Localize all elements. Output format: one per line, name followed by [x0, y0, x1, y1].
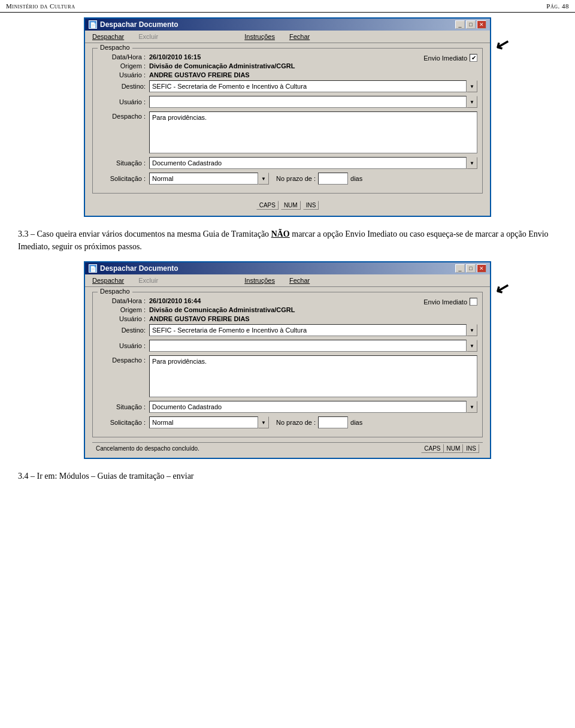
dialog1-solicitacao-row: Solicitação : Normal ▼ No prazo de : dia…	[98, 173, 477, 185]
dialog2-title-icon: 📄	[89, 264, 97, 273]
origem-value: Divisão de Comunicação Administrativa/CG…	[149, 62, 295, 70]
dialog2-situacao-select[interactable]: Documento Cadastrado	[149, 401, 467, 413]
dialog2-group-despacho: Despacho Data/Hora : 26/10/2010 16:44 En…	[92, 292, 483, 437]
origem-label: Origem :	[98, 62, 146, 70]
dialog2-envio-imediato-checkbox[interactable]	[470, 298, 477, 306]
dialog2-situacao-row: Situação : Documento Cadastrado ▼	[98, 401, 477, 413]
dialog2-usuario2-dropdown-arrow[interactable]: ▼	[467, 340, 477, 352]
situacao-select[interactable]: Documento Cadastrado	[149, 157, 467, 169]
dialog2-despacho-textarea[interactable]: Para providências.	[149, 355, 477, 397]
num-button[interactable]: NUM	[281, 201, 301, 210]
dialog1-usuario2-row: Usuário : ▼	[98, 96, 477, 108]
dialog1-body: Despacho Data/Hora : 26/10/2010 16:15 En…	[85, 43, 490, 216]
dias-label: dias	[350, 175, 362, 182]
dialog2-group-label: Despacho	[98, 288, 132, 295]
dialog2-solicitacao-value: Normal	[152, 419, 173, 426]
dialog1-destino-row: Destino: SEFIC - Secretaria de Fomento e…	[98, 80, 477, 92]
dialog2-usuario-row: Usuário : ANDRE GUSTAVO FREIRE DIAS	[98, 315, 477, 322]
dialog2-menubar: Despachar Excluir Instruções Fechar	[85, 274, 490, 287]
nao-text: NÃO	[271, 229, 290, 238]
dialog2: 📄 Despachar Documento _ □ ✕ Despachar Ex…	[84, 261, 491, 459]
dialog2-destino-dropdown-arrow[interactable]: ▼	[467, 324, 477, 336]
destino-select-wrapper[interactable]: SEFIC - Secretaria de Fomento e Incentiv…	[149, 80, 477, 92]
dialog2-title-text: Despachar Documento	[100, 264, 178, 273]
dialog1-wrapper: ↙ 📄 Despachar Documento _ □ ✕ Despachar …	[84, 17, 491, 217]
solicitacao-select[interactable]: Normal	[149, 173, 258, 185]
despacho-textarea[interactable]: Para providências.	[149, 111, 477, 153]
dialog1-title-left: 📄 Despachar Documento	[89, 20, 178, 29]
dialog2-despacho-label: Despacho :	[98, 357, 146, 364]
dialog2-titlebar: 📄 Despachar Documento _ □ ✕	[85, 262, 490, 274]
solicitacao-label: Solicitação :	[98, 175, 146, 182]
dialog2-solicitacao-dropdown-arrow[interactable]: ▼	[258, 416, 269, 428]
dialog2-menu-excluir: Excluir	[131, 276, 165, 285]
dialog2-solicitacao-select-wrapper[interactable]: Normal ▼	[149, 416, 269, 428]
solicitacao-dropdown-arrow[interactable]: ▼	[258, 173, 269, 185]
ins-button[interactable]: INS	[303, 201, 319, 210]
dialog2-destino-select-wrapper[interactable]: SEFIC - Secretaria de Fomento e Incentiv…	[149, 324, 477, 336]
dialog2-origem-row: Origem : Divisão de Comunicação Administ…	[98, 306, 477, 313]
datahora-value: 26/10/2010 16:15	[149, 53, 201, 61]
dialog2-num-button[interactable]: NUM	[444, 444, 464, 453]
maximize-button[interactable]: □	[466, 20, 476, 29]
dialog2-title-left: 📄 Despachar Documento	[89, 264, 178, 273]
situacao-label: Situação :	[98, 159, 146, 167]
dialog2-situacao-label: Situação :	[98, 403, 146, 410]
destino-select[interactable]: SEFIC - Secretaria de Fomento e Incentiv…	[149, 80, 467, 92]
dialog2-situacao-select-wrapper[interactable]: Documento Cadastrado ▼	[149, 401, 477, 413]
dialog2-usuario2-select-wrapper[interactable]: ▼	[149, 340, 477, 352]
dialog2-destino-row: Destino: SEFIC - Secretaria de Fomento e…	[98, 324, 477, 336]
page-content: ↙ 📄 Despachar Documento _ □ ✕ Despachar …	[0, 17, 575, 482]
dialog2-menu-instrucoes[interactable]: Instruções	[237, 276, 282, 285]
dialog1-titlebar: 📄 Despachar Documento _ □ ✕	[85, 19, 490, 31]
page-header: Ministério da Cultura Pág. 48	[0, 0, 575, 13]
dialog2-destino-label: Destino:	[98, 327, 146, 334]
usuario2-select[interactable]	[149, 96, 467, 108]
dialog1-title-text: Despachar Documento	[100, 20, 178, 29]
dialog1-menubar: Despachar Excluir Instruções Fechar	[85, 31, 490, 43]
dialog2-prazo-label: No prazo de :	[276, 419, 316, 426]
minimize-button[interactable]: _	[455, 20, 465, 29]
destino-label: Destino:	[98, 83, 146, 90]
dialog2-ins-button[interactable]: INS	[463, 444, 479, 453]
usuario2-select-wrapper[interactable]: ▼	[149, 96, 477, 108]
usuario2-label: Usuário :	[98, 98, 146, 105]
datahora-label: Data/Hora :	[98, 53, 146, 61]
solicitacao-select-wrapper[interactable]: Normal ▼	[149, 173, 269, 185]
situacao-select-wrapper[interactable]: Documento Cadastrado ▼	[149, 157, 477, 169]
dialog2-menu-fechar[interactable]: Fechar	[282, 276, 317, 285]
destino-dropdown-arrow[interactable]: ▼	[467, 80, 477, 92]
menu-instrucoes[interactable]: Instruções	[237, 32, 282, 41]
dialog2-situacao-dropdown-arrow[interactable]: ▼	[467, 401, 477, 413]
dialog2-body: Despacho Data/Hora : 26/10/2010 16:44 En…	[85, 287, 490, 458]
solicitacao-value: Normal	[152, 175, 173, 182]
dialog2-destino-select[interactable]: SEFIC - Secretaria de Fomento e Incentiv…	[149, 324, 467, 336]
dialog2-usuario2-select[interactable]	[149, 340, 467, 352]
usuario2-dropdown-arrow[interactable]: ▼	[467, 96, 477, 108]
dialog2-situacao-value: Documento Cadastrado	[152, 403, 222, 410]
close-button[interactable]: ✕	[477, 20, 486, 29]
dialog2-menu-despachar[interactable]: Despachar	[85, 276, 131, 285]
dialog2-solicitacao-row: Solicitação : Normal ▼ No prazo de : dia…	[98, 416, 477, 428]
dialog2-close-button[interactable]: ✕	[477, 264, 486, 273]
dialog1-usuario-row: Usuário : ANDRE GUSTAVO FREIRE DIAS	[98, 71, 477, 78]
dialog2-minimize-button[interactable]: _	[455, 264, 465, 273]
dialog2-usuario-value: ANDRE GUSTAVO FREIRE DIAS	[149, 315, 250, 322]
footer-text: 3.4 – Ir em: Módulos – Guias de tramitaç…	[18, 472, 194, 481]
dialog2-prazo-input[interactable]	[318, 416, 348, 428]
dialog2-maximize-button[interactable]: □	[466, 264, 476, 273]
dialog1-situacao-row: Situação : Documento Cadastrado ▼	[98, 157, 477, 169]
caps-button[interactable]: CAPS	[256, 201, 279, 210]
dialog2-destino-value: SEFIC - Secretaria de Fomento e Incentiv…	[152, 327, 307, 334]
situacao-dropdown-arrow[interactable]: ▼	[467, 157, 477, 169]
dialog2-caps-button[interactable]: CAPS	[421, 444, 443, 453]
body-text-part1: 3.3 – Caso queira enviar vários document…	[18, 229, 269, 238]
dialog1-group-despacho: Despacho Data/Hora : 26/10/2010 16:15 En…	[92, 48, 483, 194]
menu-excluir: Excluir	[131, 32, 165, 41]
menu-fechar[interactable]: Fechar	[282, 32, 317, 41]
dialog2-solicitacao-select[interactable]: Normal	[149, 416, 258, 428]
body-paragraph: 3.3 – Caso queira enviar vários document…	[18, 228, 557, 253]
prazo-input[interactable]	[318, 173, 348, 185]
menu-despachar[interactable]: Despachar	[85, 32, 131, 41]
envio-imediato-checkbox[interactable]: ✔	[470, 54, 477, 62]
